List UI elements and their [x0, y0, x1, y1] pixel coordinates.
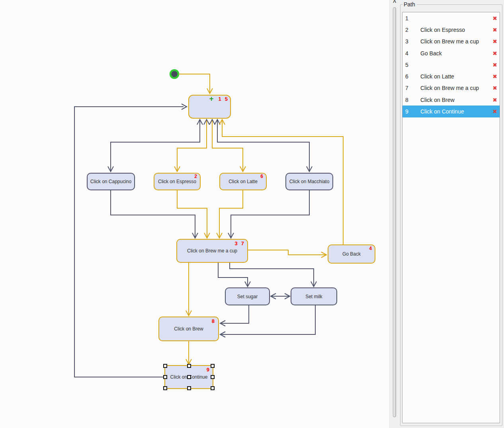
path-step-row[interactable]: 6 Click on Latte ✖ — [402, 70, 500, 82]
node-brew-badges: 8 — [212, 318, 215, 324]
step-label: Click on Espresso — [420, 27, 490, 33]
node-click-on-brew[interactable]: 8 Click on Brew — [158, 317, 219, 341]
path-step-badge: 4 — [369, 246, 372, 252]
path-step-row[interactable]: 4 Go Back ✖ — [402, 47, 500, 59]
edge-brewcup-to-goback[interactable] — [248, 250, 326, 258]
edge-setsugar-to-brew[interactable] — [220, 305, 249, 326]
node-main-badges: + 1 5 — [209, 96, 228, 102]
node-label: Click on Macchiato — [289, 179, 330, 184]
path-step-row[interactable]: 7 Click on Brew me a cup ✖ — [402, 82, 500, 94]
node-label: Click on Latte — [229, 179, 258, 184]
node-click-on-macchiato[interactable]: Click on Macchiato — [285, 173, 333, 190]
edge-brewcup-to-brew[interactable] — [186, 263, 191, 316]
selection-handle-top-right[interactable] — [211, 364, 215, 368]
edge-main-latte[interactable] — [209, 119, 246, 172]
selection-handle-bottom-left[interactable] — [163, 386, 167, 390]
delete-step-icon[interactable]: ✖ — [490, 73, 500, 80]
vertical-scrollbar[interactable] — [393, 7, 396, 417]
step-number: 1 — [402, 15, 420, 21]
selection-handle-center[interactable] — [187, 375, 191, 379]
edge-brewcup-to-setsugar[interactable] — [218, 263, 250, 287]
path-step-row[interactable]: 2 Click on Espresso ✖ — [402, 24, 500, 35]
edge-macchiato-to-brewcup[interactable] — [228, 190, 309, 238]
step-number: 6 — [402, 73, 420, 80]
diagram-edges — [0, 0, 389, 428]
node-label: Go Back — [342, 251, 361, 257]
delete-step-icon[interactable]: ✖ — [490, 62, 500, 68]
path-panel-title: Path — [403, 1, 417, 8]
edge-main-macchiato[interactable] — [215, 119, 312, 172]
node-label: Click on Cappucino — [90, 179, 131, 184]
edge-espresso-to-brewcup[interactable] — [177, 190, 210, 238]
node-label: Click on Espresso — [158, 179, 196, 184]
path-step-row[interactable]: 8 Click on Brew ✖ — [402, 94, 500, 106]
selection-handle-bottom-right[interactable] — [211, 386, 215, 390]
selection-handle-mid-left[interactable] — [163, 375, 167, 379]
node-continue-badges: 9 — [207, 367, 209, 373]
path-step-list[interactable]: 1 ✖ 2 Click on Espresso ✖ 3 Click on Bre… — [402, 12, 500, 423]
node-label: Set sugar — [237, 294, 258, 299]
path-step-badge: 2 — [194, 174, 197, 180]
start-state-icon[interactable] — [170, 70, 178, 78]
selection-handle-mid-right[interactable] — [211, 375, 215, 379]
node-set-sugar[interactable]: Set sugar — [225, 287, 270, 305]
delete-step-icon[interactable]: ✖ — [490, 27, 500, 33]
selection-handle-top-mid[interactable] — [187, 364, 191, 368]
delete-step-icon[interactable]: ✖ — [490, 108, 500, 115]
step-number: 2 — [402, 27, 420, 33]
edge-cappucino-to-brewcup[interactable] — [111, 190, 198, 238]
edge-brewcup-to-setmilk[interactable] — [230, 263, 316, 287]
step-number: 5 — [402, 62, 420, 68]
node-click-on-espresso[interactable]: 2 Click on Espresso — [154, 173, 201, 190]
step-label: Click on Latte — [420, 73, 490, 80]
edge-setmilk-to-brew[interactable] — [220, 305, 315, 337]
node-click-on-brew-me-a-cup[interactable]: 3 7 Click on Brew me a cup — [176, 239, 248, 263]
edge-brew-to-continue[interactable] — [186, 341, 191, 364]
step-label: Click on Brew — [420, 97, 490, 103]
path-panel: Path 1 ✖ 2 Click on Espresso ✖ 3 Click o… — [399, 0, 504, 428]
edge-setsugar-setmilk[interactable] — [271, 293, 290, 299]
edge-start-to-main[interactable] — [179, 74, 213, 94]
step-label: Click on Continue — [420, 108, 490, 115]
node-click-on-continue[interactable]: 9 Click on Continue — [164, 365, 213, 389]
path-step-badge: 7 — [241, 240, 244, 246]
step-label: Click on Brew me a cup — [420, 85, 490, 91]
node-click-on-latte[interactable]: 6 Click on Latte — [219, 173, 267, 190]
delete-step-icon[interactable]: ✖ — [490, 50, 500, 57]
node-label: Click on Brew me a cup — [187, 248, 237, 254]
delete-step-icon[interactable]: ✖ — [490, 85, 500, 91]
step-number: 8 — [402, 97, 420, 103]
delete-step-icon[interactable]: ✖ — [490, 97, 500, 103]
node-latte-badges: 6 — [260, 174, 263, 180]
path-step-row[interactable]: 3 Click on Brew me a cup ✖ — [402, 36, 500, 47]
step-number: 7 — [402, 85, 420, 91]
node-label: Click on Brew — [174, 326, 203, 332]
path-step-row-selected[interactable]: 9 Click on Continue ✖ — [402, 106, 500, 117]
path-step-badge: 9 — [207, 367, 209, 373]
delete-step-icon[interactable]: ✖ — [490, 15, 500, 21]
selection-handle-top-left[interactable] — [163, 364, 167, 368]
scroll-up-icon[interactable]: ^ — [390, 0, 399, 6]
node-main-screen[interactable]: + 1 5 — [188, 95, 231, 119]
step-number: 9 — [402, 108, 420, 115]
edge-latte-to-brewcup[interactable] — [217, 190, 243, 238]
path-step-row[interactable]: 1 ✖ — [402, 12, 500, 24]
node-go-back[interactable]: 4 Go Back — [328, 244, 375, 264]
edge-main-espresso[interactable] — [174, 119, 209, 172]
path-step-badge: 8 — [212, 318, 215, 324]
step-label: Click on Brew me a cup — [420, 38, 490, 45]
selection-handle-bottom-mid[interactable] — [187, 386, 191, 390]
step-number: 4 — [402, 50, 420, 57]
node-click-on-cappucino[interactable]: Click on Cappucino — [87, 173, 135, 190]
path-step-badge: 1 — [219, 96, 221, 102]
node-espresso-badges: 2 — [194, 174, 197, 180]
path-step-row[interactable]: 5 ✖ — [402, 59, 500, 70]
path-step-badge: 3 — [235, 240, 238, 246]
node-set-milk[interactable]: Set milk — [291, 287, 337, 305]
canvas-scroll-strip: ^ — [389, 0, 399, 428]
step-label: Go Back — [420, 50, 490, 57]
edge-main-cappucino[interactable] — [108, 119, 203, 172]
delete-step-icon[interactable]: ✖ — [490, 38, 500, 45]
diagram-canvas[interactable]: + 1 5 Click on Cappucino 2 Click on Espr… — [0, 0, 389, 428]
path-groupbox: Path 1 ✖ 2 Click on Espresso ✖ 3 Click o… — [400, 4, 502, 426]
